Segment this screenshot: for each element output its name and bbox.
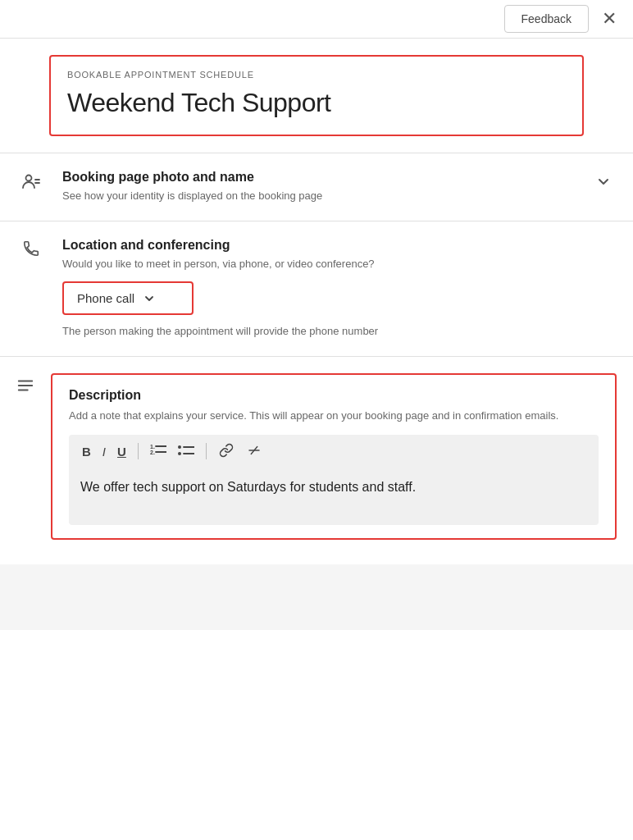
description-icon bbox=[16, 373, 34, 398]
toolbar-separator-1 bbox=[138, 443, 139, 459]
description-subtitle: Add a note that explains your service. T… bbox=[69, 408, 599, 424]
bottom-area bbox=[0, 564, 633, 630]
bold-button[interactable]: B bbox=[79, 444, 94, 459]
title-section: BOOKABLE APPOINTMENT SCHEDULE Weekend Te… bbox=[49, 55, 584, 136]
booking-section-content: Booking page photo and name See how your… bbox=[62, 170, 574, 204]
svg-point-10 bbox=[178, 445, 181, 449]
close-button[interactable]: ✕ bbox=[595, 7, 623, 31]
editor-toolbar: B I U 1. 2. bbox=[69, 435, 599, 468]
location-section-title: Location and conferencing bbox=[62, 238, 617, 253]
booking-expand-icon[interactable] bbox=[590, 170, 617, 189]
clear-formatting-button[interactable] bbox=[243, 441, 266, 461]
phone-call-value: Phone call bbox=[77, 291, 134, 305]
italic-button[interactable]: I bbox=[99, 444, 109, 459]
link-button[interactable] bbox=[215, 441, 238, 461]
description-section-wrapper: Description Add a note that explains you… bbox=[0, 357, 633, 557]
toolbar-separator-2 bbox=[206, 443, 207, 459]
ordered-list-button[interactable]: 1. 2. bbox=[147, 441, 170, 461]
schedule-label: BOOKABLE APPOINTMENT SCHEDULE bbox=[67, 70, 566, 80]
feedback-button[interactable]: Feedback bbox=[504, 5, 589, 33]
svg-text:2.: 2. bbox=[150, 450, 155, 455]
phone-call-dropdown[interactable]: Phone call bbox=[62, 281, 194, 315]
location-section-row: Location and conferencing Would you like… bbox=[0, 221, 633, 356]
top-bar: Feedback ✕ bbox=[0, 0, 633, 39]
booking-section-row: Booking page photo and name See how your… bbox=[0, 153, 633, 221]
unordered-list-button[interactable] bbox=[175, 441, 198, 461]
svg-text:1.: 1. bbox=[150, 444, 155, 450]
person-icon bbox=[16, 170, 46, 191]
phone-note: The person making the appointment will p… bbox=[62, 323, 617, 340]
svg-point-0 bbox=[26, 176, 32, 181]
location-section-content: Location and conferencing Would you like… bbox=[62, 238, 617, 340]
description-title: Description bbox=[69, 388, 599, 403]
svg-point-11 bbox=[178, 452, 181, 455]
schedule-title: Weekend Tech Support bbox=[67, 88, 566, 118]
description-box: Description Add a note that explains you… bbox=[51, 373, 617, 541]
booking-section-title: Booking page photo and name bbox=[62, 170, 574, 185]
phone-icon bbox=[16, 238, 46, 258]
location-section-desc: Would you like to meet in person, via ph… bbox=[62, 256, 617, 272]
underline-button[interactable]: U bbox=[114, 444, 130, 459]
booking-section-desc: See how your identity is displayed on th… bbox=[62, 188, 574, 204]
editor-content[interactable]: We offer tech support on Saturdays for s… bbox=[69, 468, 599, 525]
